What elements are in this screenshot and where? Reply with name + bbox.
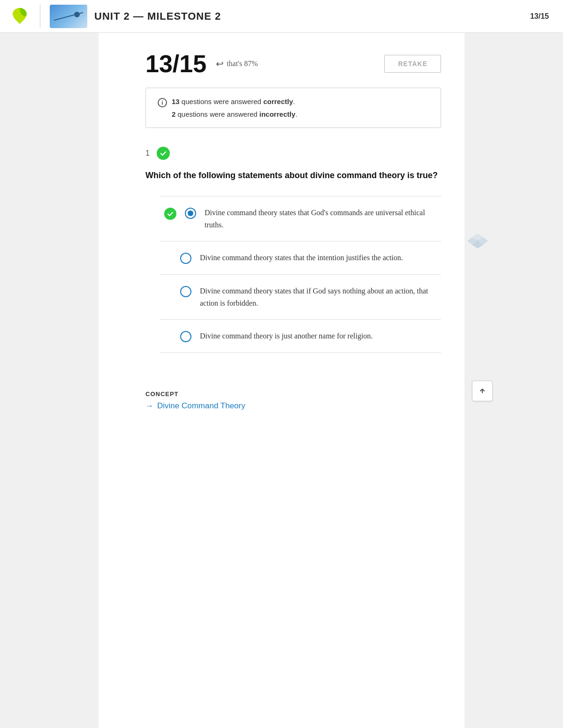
annotation-arrow-icon: ↩ (216, 58, 224, 69)
question-text: Which of the following statements about … (145, 169, 441, 182)
big-score: 13/15 (145, 52, 206, 76)
radio-b[interactable] (180, 253, 191, 264)
correct-label: questions were answered (182, 98, 261, 105)
answer-list: Divine command theory states that God's … (160, 196, 441, 353)
info-box: i 13 questions were answered correctly. … (145, 88, 441, 128)
question-header: 1 (145, 147, 441, 160)
correct-count: 13 (172, 98, 180, 105)
radio-a[interactable] (185, 208, 196, 219)
answer-text-a: Divine command theory states that God's … (205, 207, 436, 231)
incorrect-count: 2 (172, 110, 175, 118)
center-panel: 13/15 ↩ that's 87% RETAKE i 13 questions… (99, 33, 464, 728)
concept-link-text: Divine Command Theory (157, 401, 245, 411)
correct-tick-a (164, 208, 176, 220)
dropbox-icon (467, 230, 488, 250)
concept-arrow-icon: → (145, 401, 153, 411)
radio-d[interactable] (180, 331, 191, 342)
answer-option-d[interactable]: Divine command theory is just another na… (160, 320, 441, 353)
question-number: 1 (145, 149, 150, 158)
correct-word: correctly (263, 98, 293, 105)
header: UNIT 2 — MILESTONE 2 13/15 (0, 0, 563, 33)
incorrect-row: 2 questions were answered incorrectly. (172, 110, 429, 118)
answer-text-c: Divine command theory states that if God… (200, 285, 436, 309)
concept-link[interactable]: → Divine Command Theory (145, 401, 441, 411)
header-title: UNIT 2 — MILESTONE 2 (94, 10, 554, 23)
retake-button[interactable]: RETAKE (384, 55, 441, 73)
answer-option-a[interactable]: Divine command theory states that God's … (160, 196, 441, 241)
scroll-top-button[interactable] (472, 381, 493, 401)
divider-bottom (160, 353, 441, 353)
concept-label: CONCEPT (145, 390, 441, 398)
score-section: 13/15 ↩ that's 87% RETAKE (145, 52, 441, 76)
answer-text-b: Divine command theory states that the in… (200, 252, 403, 264)
answer-option-c[interactable]: Divine command theory states that if God… (160, 275, 441, 319)
milestone-thumbnail (50, 5, 87, 28)
page-wrapper: UNIT 2 — MILESTONE 2 13/15 13/15 ↩ that'… (0, 0, 563, 728)
answer-option-b[interactable]: Divine command theory states that the in… (160, 241, 441, 274)
correct-row: i 13 questions were answered correctly. (158, 98, 429, 107)
radio-c[interactable] (180, 286, 191, 297)
header-divider (40, 5, 40, 28)
annotation-text: that's 87% (227, 60, 258, 68)
incorrect-text: 2 questions were answered incorrectly. (172, 110, 297, 118)
info-icon: i (158, 98, 167, 107)
incorrect-label: questions were answered (178, 110, 259, 118)
correct-badge (157, 147, 170, 160)
app-logo (9, 6, 30, 27)
incorrect-word: incorrectly (259, 110, 296, 118)
header-score: 13/15 (530, 12, 549, 21)
correct-text: 13 questions were answered correctly. (172, 98, 295, 105)
concept-section: CONCEPT → Divine Command Theory (145, 381, 441, 411)
score-annotation: ↩ that's 87% (216, 58, 258, 69)
answer-text-d: Divine command theory is just another na… (200, 330, 373, 342)
svg-point-4 (476, 240, 479, 242)
